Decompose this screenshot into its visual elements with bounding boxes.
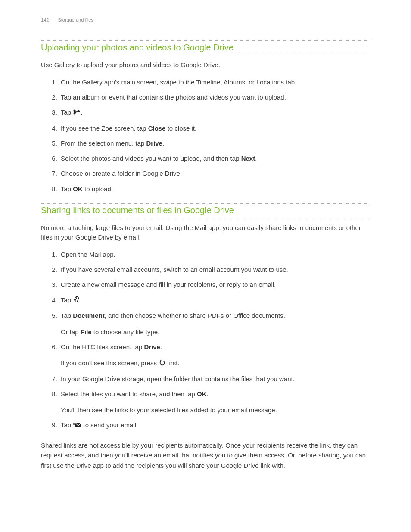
list-item: From the selection menu, tap Drive.	[59, 138, 370, 148]
step5b-pre: Tap	[61, 312, 73, 319]
step4-bold: Close	[148, 124, 166, 132]
step5b-mid: , and then choose whether to share PDFs …	[105, 312, 285, 319]
list-item: If you see the Zoe screen, tap Close to …	[59, 123, 370, 133]
back-icon	[159, 358, 165, 368]
section1-title: Uploading your photos and videos to Goog…	[41, 40, 370, 55]
page-header: 142 Storage and files	[41, 17, 370, 22]
list-item: Open the Mail app.	[59, 249, 370, 259]
list-item: On the Gallery app's main screen, swipe …	[59, 77, 370, 87]
step3-pre: Tap	[61, 109, 73, 116]
step5b-bold1: Document	[73, 312, 104, 319]
step5-bold: Drive	[146, 140, 162, 147]
step8b-sub: You'll then see the links to your select…	[61, 405, 370, 415]
step8-pre: Tap	[61, 185, 73, 193]
step4b-pre: Tap	[61, 296, 73, 304]
list-item: Tap OK to upload.	[59, 184, 370, 194]
page-number: 142	[41, 17, 49, 22]
list-item: Create a new email message and fill in y…	[59, 280, 370, 289]
step5b-sub: Or tap File to choose any file type.	[61, 327, 370, 337]
step5-pre: From the selection menu, tap	[61, 140, 146, 147]
step4-pre: If you see the Zoe screen, tap	[61, 124, 148, 132]
step6b-pre: On the HTC files screen, tap	[61, 343, 144, 351]
section1-steps: On the Gallery app's main screen, swipe …	[41, 77, 370, 194]
list-item: Tap to send your email.	[59, 420, 370, 431]
share-icon	[73, 108, 81, 118]
step6b-bold: Drive	[144, 343, 160, 351]
list-item: If you have several email accounts, swit…	[59, 264, 370, 274]
step6-post: .	[255, 155, 257, 162]
list-item: Choose or create a folder in Google Driv…	[59, 168, 370, 178]
list-item: Tap an album or event that contains the …	[59, 92, 370, 102]
list-item: On the HTC files screen, tap Drive. If y…	[59, 342, 370, 369]
step8b-post: .	[207, 390, 209, 398]
list-item: In your Google Drive storage, open the f…	[59, 374, 370, 384]
step6-bold: Next	[241, 155, 255, 162]
step4b-post: .	[79, 296, 82, 304]
step8-post: to upload.	[83, 185, 113, 193]
step3-post: .	[81, 109, 82, 116]
step5-post: .	[162, 140, 164, 147]
step5b-sub-post: to choose any file type.	[92, 328, 160, 336]
section1-intro: Use Gallery to upload your photos and vi…	[41, 60, 370, 70]
step9b-pre: Tap	[61, 421, 73, 429]
list-item: Tap Document, and then choose whether to…	[59, 311, 370, 337]
section2-steps: Open the Mail app. If you have several e…	[41, 249, 370, 431]
section2-intro: No more attaching large files to your em…	[41, 223, 370, 243]
step6b-sub: If you don't see this screen, press firs…	[61, 358, 370, 369]
step6b-post: .	[160, 343, 162, 351]
section2-title: Sharing links to documents or files in G…	[41, 203, 370, 218]
step9b-post: to send your email.	[84, 421, 138, 429]
section2-closing: Shared links are not accessible by your …	[41, 440, 370, 470]
step5b-sub-bold: File	[81, 328, 92, 336]
step6b-sub-post: first.	[167, 359, 179, 367]
step4-post: to close it.	[165, 124, 196, 132]
svg-point-0	[74, 110, 76, 112]
list-item: Select the files you want to share, and …	[59, 389, 370, 415]
step8-bold: OK	[73, 185, 83, 193]
list-item: Tap .	[59, 295, 370, 306]
step8b-bold: OK	[197, 390, 207, 398]
step6b-sub-pre: If you don't see this screen, press	[61, 359, 159, 367]
send-mail-icon	[73, 421, 81, 431]
step6-pre: Select the photos and videos you want to…	[61, 155, 241, 162]
header-section-name: Storage and files	[58, 17, 93, 22]
list-item: Select the photos and videos you want to…	[59, 153, 370, 163]
step5b-sub-pre: Or tap	[61, 328, 81, 336]
step8b-pre: Select the files you want to share, and …	[61, 390, 197, 398]
list-item: Tap .	[59, 107, 370, 118]
attach-icon	[73, 296, 79, 305]
